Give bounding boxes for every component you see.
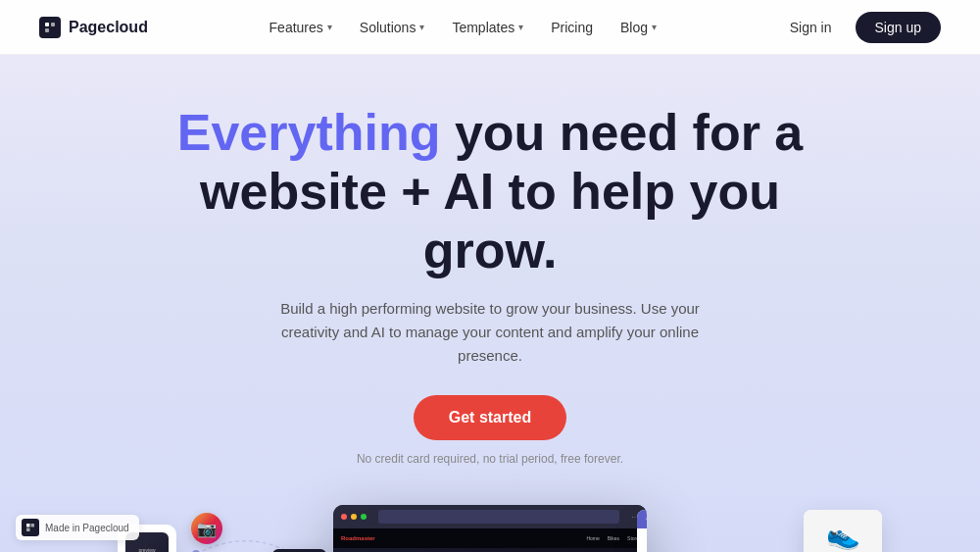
instagram-icon: 📷 bbox=[197, 520, 217, 538]
svg-rect-0 bbox=[45, 23, 49, 26]
solutions-chevron-icon: ▾ bbox=[419, 22, 424, 32]
hero-subtitle: Build a high performing website to grow … bbox=[274, 297, 706, 368]
hero-title: Everything you need for a website + AI t… bbox=[157, 104, 823, 279]
brand-name: Pagecloud bbox=[69, 19, 148, 36]
logo[interactable]: Pagecloud bbox=[39, 17, 148, 38]
svg-rect-2 bbox=[45, 28, 49, 32]
nav-links: Features ▾ Solutions ▾ Templates ▾ Prici… bbox=[258, 14, 668, 41]
instagram-badge: 📷 bbox=[191, 513, 222, 544]
hero-section: Everything you need for a website + AI t… bbox=[0, 55, 980, 552]
browser-url-bar bbox=[378, 510, 619, 524]
svg-rect-13 bbox=[26, 524, 30, 527]
made-in-text: Made in Pagecloud bbox=[45, 523, 129, 533]
browser-window: ⋯ Roadmaster Home Bikes Store Are you re… bbox=[333, 505, 647, 552]
made-in-badge: Made in Pagecloud bbox=[16, 515, 139, 540]
ai-stars-icon: ✦ bbox=[645, 515, 647, 524]
site-nav-items: Home Bikes Store bbox=[586, 535, 639, 541]
product-image: 👟 bbox=[804, 510, 882, 552]
logo-icon bbox=[39, 17, 61, 38]
browser-content: Roadmaster Home Bikes Store Are you read… bbox=[333, 528, 647, 552]
browser-close-dot bbox=[341, 514, 347, 520]
nav-templates[interactable]: Templates ▾ bbox=[440, 14, 535, 41]
mockup-area: preview 📷 ♪ ▶ ⋯ bbox=[0, 495, 980, 552]
site-hero-area: Are you ready! The next evolution in roa… bbox=[333, 548, 647, 552]
browser-minimize-dot bbox=[351, 514, 357, 520]
site-logo: Roadmaster bbox=[341, 535, 375, 541]
blog-chevron-icon: ▾ bbox=[652, 22, 657, 32]
nav-auth: Sign in Sign up bbox=[778, 12, 941, 43]
browser-bar: ⋯ bbox=[333, 505, 647, 528]
sign-in-button[interactable]: Sign in bbox=[778, 14, 844, 41]
ai-dropdown-header: ✦ Ask AI to write... bbox=[637, 510, 647, 528]
nav-pricing[interactable]: Pricing bbox=[539, 14, 605, 41]
pagecloud-mini-logo bbox=[22, 519, 39, 536]
nav-features[interactable]: Features ▾ bbox=[258, 14, 344, 41]
ai-fix-spelling[interactable]: ✓ Fix spelling and grammar bbox=[637, 528, 647, 547]
features-chevron-icon: ▾ bbox=[327, 22, 332, 32]
svg-rect-15 bbox=[26, 528, 30, 532]
svg-rect-14 bbox=[31, 524, 35, 527]
cta-note: No credit card required, no trial period… bbox=[357, 452, 623, 466]
site-nav-home: Home bbox=[586, 535, 599, 541]
browser-maximize-dot bbox=[361, 514, 367, 520]
site-nav-bikes: Bikes bbox=[608, 535, 619, 541]
ai-make-shorter[interactable]: ↕ Make shorter bbox=[637, 547, 647, 552]
nav-blog[interactable]: Blog ▾ bbox=[609, 14, 668, 41]
site-nav-bar: Roadmaster Home Bikes Store bbox=[333, 528, 647, 548]
navbar: Pagecloud Features ▾ Solutions ▾ Templat… bbox=[0, 0, 980, 55]
svg-rect-1 bbox=[51, 23, 55, 26]
product-card: 👟 Add to cart bbox=[804, 510, 882, 552]
get-started-button[interactable]: Get started bbox=[414, 395, 566, 440]
sign-up-button[interactable]: Sign up bbox=[856, 12, 941, 43]
nav-solutions[interactable]: Solutions ▾ bbox=[348, 14, 437, 41]
ai-dropdown-menu: ✦ Ask AI to write... ✓ Fix spelling and … bbox=[637, 510, 647, 552]
templates-chevron-icon: ▾ bbox=[518, 22, 523, 32]
